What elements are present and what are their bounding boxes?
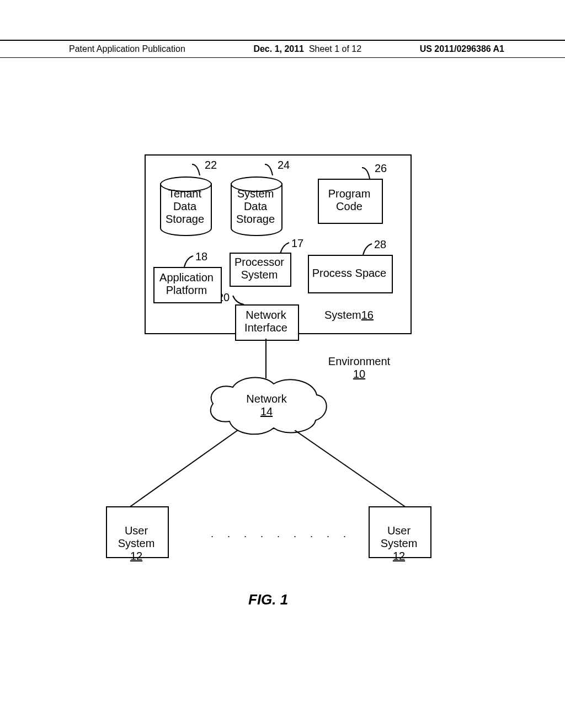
svg-line-2 (295, 430, 406, 507)
user-system-left-label: User System12 (106, 512, 167, 563)
ref-26: 26 (375, 162, 387, 175)
figure-caption: FIG. 1 (248, 591, 288, 608)
ellipsis-dots: . . . . . . . . . (211, 528, 351, 540)
system-label: System16 (324, 309, 396, 322)
ref-24: 24 (278, 159, 290, 172)
processor-system-label: Processor System (230, 256, 289, 281)
program-code-label: Program Code (318, 188, 381, 213)
network-interface-label: Network Interface (235, 309, 297, 334)
network-label: Network14 (220, 393, 313, 418)
ref-22: 22 (205, 159, 217, 172)
figure-canvas: 22 24 26 17 28 18 20 Tenant Data Storage… (0, 0, 565, 728)
tenant-label: Tenant Data Storage (164, 188, 205, 226)
ref-17: 17 (291, 237, 303, 250)
systemdata-label: System Data Storage (235, 188, 276, 226)
ref-28: 28 (374, 238, 386, 251)
user-system-right-label: User System12 (369, 512, 429, 563)
lines-cloud-to-users (119, 430, 417, 512)
ref-18: 18 (195, 250, 207, 263)
process-space-label: Process Space (308, 267, 391, 280)
svg-line-1 (129, 430, 238, 507)
application-platform-label: Application Platform (153, 271, 220, 297)
